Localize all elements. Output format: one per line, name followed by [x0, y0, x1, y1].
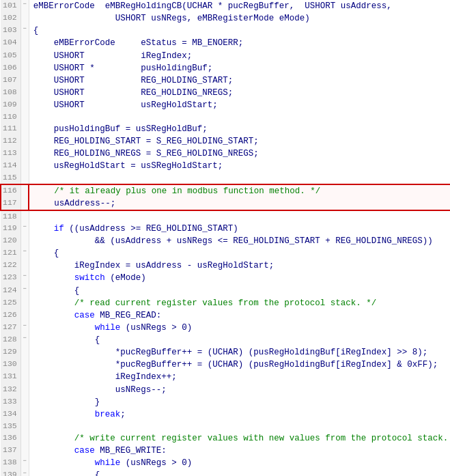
- table-row: 123− switch (eMode): [1, 272, 450, 284]
- fold-indicator[interactable]: [20, 260, 29, 272]
- code-line: [29, 210, 450, 223]
- line-number: 134: [1, 408, 20, 421]
- fold-indicator[interactable]: [20, 62, 29, 74]
- code-line: {: [29, 334, 450, 346]
- line-number: 101: [1, 0, 20, 12]
- line-number: 132: [1, 384, 20, 396]
- line-number: 113: [1, 148, 20, 160]
- fold-indicator[interactable]: −: [20, 334, 29, 346]
- line-number: 138: [1, 457, 20, 469]
- code-line: eMBErrorCode eMBRegHoldingCB(UCHAR * puc…: [29, 0, 450, 12]
- line-number: 130: [1, 359, 20, 371]
- table-row: 119− if ((usAddress >= REG_HOLDING_START…: [1, 223, 450, 235]
- table-row: 122 iRegIndex = usAddress - usRegHoldSta…: [1, 260, 450, 272]
- table-row: 114 usRegHoldStart = usSRegHoldStart;: [1, 160, 450, 172]
- code-line: [29, 111, 450, 123]
- code-line: {: [29, 25, 450, 37]
- code-line: USHORT * pusHoldingBuf;: [29, 62, 450, 74]
- fold-indicator[interactable]: [20, 384, 29, 396]
- code-line: while (usNRegs > 0): [29, 322, 450, 334]
- fold-indicator[interactable]: [20, 111, 29, 123]
- line-number: 106: [1, 62, 20, 74]
- table-row: 126 case MB_REG_READ:: [1, 309, 450, 322]
- code-line: *pucRegBuffer++ = (UCHAR) (pusRegHolding…: [29, 346, 450, 359]
- fold-indicator[interactable]: [20, 12, 29, 25]
- line-number: 131: [1, 371, 20, 383]
- fold-indicator[interactable]: −: [20, 25, 29, 37]
- fold-indicator[interactable]: −: [20, 457, 29, 469]
- fold-indicator[interactable]: [20, 235, 29, 247]
- line-number: 119: [1, 223, 20, 235]
- fold-indicator[interactable]: [20, 135, 29, 148]
- fold-indicator[interactable]: −: [20, 247, 29, 260]
- table-row: 136 /* write current register values wit…: [1, 432, 450, 445]
- line-number: 107: [1, 74, 20, 87]
- fold-indicator[interactable]: −: [20, 223, 29, 235]
- line-number: 115: [1, 172, 20, 184]
- table-row: 106 USHORT * pusHoldingBuf;: [1, 62, 450, 74]
- table-row: 125 /* read current register values from…: [1, 297, 450, 309]
- line-number: 112: [1, 135, 20, 148]
- code-line: USHORT REG_HOLDING_NREGS;: [29, 87, 450, 99]
- line-number: 133: [1, 396, 20, 408]
- fold-indicator[interactable]: −: [20, 0, 29, 12]
- code-line: pusHoldingBuf = usSRegHoldBuf;: [29, 123, 450, 135]
- fold-indicator[interactable]: −: [20, 272, 29, 284]
- line-number: 110: [1, 111, 20, 123]
- fold-indicator[interactable]: [20, 74, 29, 87]
- code-line: USHORT usNRegs, eMBRegisterMode eMode): [29, 12, 450, 25]
- fold-indicator[interactable]: [20, 160, 29, 172]
- fold-indicator[interactable]: [20, 445, 29, 457]
- code-line: switch (eMode): [29, 272, 450, 284]
- fold-indicator[interactable]: [20, 184, 29, 197]
- line-number: 127: [1, 322, 20, 334]
- fold-indicator[interactable]: [20, 148, 29, 160]
- code-line: case MB_REG_READ:: [29, 309, 450, 322]
- code-line: && (usAddress + usNRegs <= REG_HOLDING_S…: [29, 235, 450, 247]
- line-number: 109: [1, 99, 20, 111]
- table-row: 104 eMBErrorCode eStatus = MB_ENOERR;: [1, 37, 450, 49]
- fold-indicator[interactable]: [20, 297, 29, 309]
- table-row: 108 USHORT REG_HOLDING_NREGS;: [1, 87, 450, 99]
- table-row: 101−eMBErrorCode eMBRegHoldingCB(UCHAR *…: [1, 0, 450, 12]
- fold-indicator[interactable]: [20, 396, 29, 408]
- line-number: 139: [1, 469, 20, 476]
- code-line: eMBErrorCode eStatus = MB_ENOERR;: [29, 37, 450, 49]
- table-row: 121− {: [1, 247, 450, 260]
- code-line: USHORT iRegIndex;: [29, 50, 450, 62]
- table-row: 113 REG_HOLDING_NREGS = S_REG_HOLDING_NR…: [1, 148, 450, 160]
- table-row: 103−{: [1, 25, 450, 37]
- fold-indicator[interactable]: [20, 123, 29, 135]
- fold-indicator[interactable]: −: [20, 469, 29, 476]
- fold-indicator[interactable]: [20, 210, 29, 223]
- line-number: 114: [1, 160, 20, 172]
- table-row: 132 usNRegs--;: [1, 384, 450, 396]
- fold-indicator[interactable]: [20, 172, 29, 184]
- fold-indicator[interactable]: [20, 432, 29, 445]
- fold-indicator[interactable]: −: [20, 285, 29, 297]
- code-line: REG_HOLDING_START = S_REG_HOLDING_START;: [29, 135, 450, 148]
- code-line: USHORT usRegHoldStart;: [29, 99, 450, 111]
- fold-indicator[interactable]: [20, 359, 29, 371]
- table-row: 124− {: [1, 285, 450, 297]
- fold-indicator[interactable]: [20, 408, 29, 421]
- fold-indicator[interactable]: [20, 87, 29, 99]
- table-row: 115: [1, 172, 450, 184]
- line-number: 104: [1, 37, 20, 49]
- line-number: 126: [1, 309, 20, 322]
- code-line: usAddress--;: [29, 197, 450, 210]
- fold-indicator[interactable]: [20, 346, 29, 359]
- code-line: }: [29, 396, 450, 408]
- code-table: 101−eMBErrorCode eMBRegHoldingCB(UCHAR *…: [0, 0, 450, 476]
- fold-indicator[interactable]: [20, 309, 29, 322]
- fold-indicator[interactable]: [20, 99, 29, 111]
- fold-indicator[interactable]: [20, 421, 29, 432]
- fold-indicator[interactable]: [20, 37, 29, 49]
- fold-indicator[interactable]: −: [20, 322, 29, 334]
- table-row: 118: [1, 210, 450, 223]
- fold-indicator[interactable]: [20, 50, 29, 62]
- fold-indicator[interactable]: [20, 197, 29, 210]
- fold-indicator[interactable]: [20, 371, 29, 383]
- line-number: 136: [1, 432, 20, 445]
- table-row: 135: [1, 421, 450, 432]
